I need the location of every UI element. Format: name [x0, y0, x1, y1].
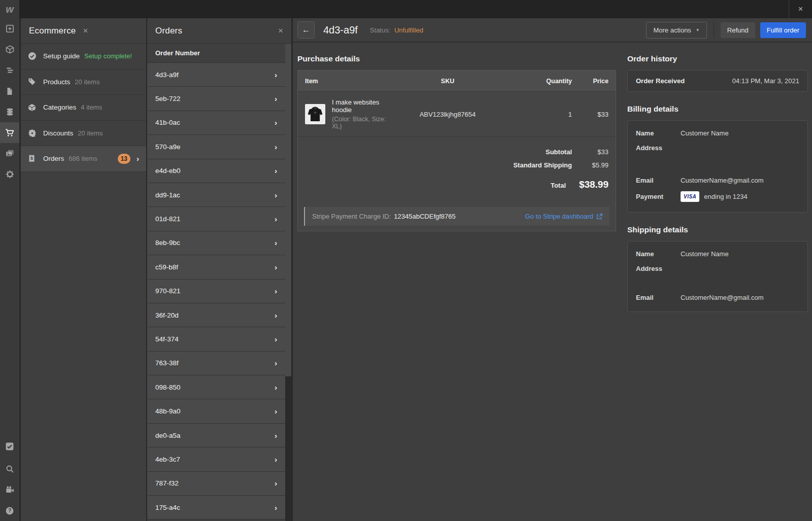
assets-button[interactable] [0, 143, 19, 164]
visa-card-badge: VISA [681, 191, 699, 202]
order-row[interactable]: 175-a4c › [147, 496, 285, 519]
pages-button[interactable] [0, 81, 19, 101]
help-button[interactable]: ? [0, 500, 19, 521]
check-square-icon [5, 442, 14, 451]
order-row[interactable]: 098-850 › [147, 375, 285, 399]
ecommerce-button[interactable] [0, 122, 19, 143]
shipping-row: Standard Shipping $5.99 [305, 161, 608, 169]
add-elements-button[interactable] [0, 18, 19, 39]
orders-scrollbar-thumb[interactable] [285, 44, 291, 376]
hoodie-image [305, 104, 325, 124]
order-received-row: Order Received 04:13 PM, Mar 3, 2021 [628, 71, 807, 91]
video-camera-icon [6, 485, 14, 494]
close-orders-panel-icon[interactable]: × [278, 26, 283, 36]
chevron-right-icon: › [275, 118, 277, 127]
order-row[interactable]: 4eb-3c7 › [147, 447, 285, 471]
order-number: 570-a9e [155, 143, 181, 151]
back-button[interactable]: ← [297, 21, 315, 39]
order-row[interactable]: dd9-1ac › [147, 183, 285, 207]
sidebar-item-categories[interactable]: Categories 4 items [21, 95, 146, 121]
sidebar-item-discounts[interactable]: Discounts 20 items [21, 121, 146, 147]
order-number: 48b-9a0 [155, 407, 181, 415]
order-number: 4eb-3c7 [155, 456, 180, 463]
cms-collections-button[interactable] [0, 101, 19, 122]
webflow-logo[interactable]: w [0, 0, 19, 18]
order-status: Status: Unfulfilled [370, 26, 423, 34]
chevron-right-icon: › [275, 71, 277, 79]
shipping-email-row: Email CustomerName@gmail.com [636, 294, 799, 301]
orders-panel-header: Orders × [147, 18, 291, 44]
more-actions-button[interactable]: More actions ▼ [646, 22, 706, 39]
order-row[interactable]: c59-b8f › [147, 255, 285, 279]
order-row[interactable]: de0-a5a › [147, 424, 285, 447]
components-button[interactable] [0, 39, 19, 60]
publish-status-button[interactable] [0, 438, 19, 459]
subtotal-value: $33 [572, 148, 608, 156]
chevron-right-icon: › [275, 238, 277, 247]
chevron-right-icon: › [275, 263, 277, 271]
order-row[interactable]: 4d3-a9f › [147, 63, 285, 87]
order-row[interactable]: 01d-821 › [147, 207, 285, 231]
order-received-timestamp: 04:13 PM, Mar 3, 2021 [732, 77, 799, 85]
col-price: Price [572, 78, 608, 85]
order-row[interactable]: 970-821 › [147, 280, 285, 303]
sidebar-item-setup-guide[interactable]: Setup guide Setup complete! [21, 44, 146, 70]
orders-scrollbar[interactable] [285, 44, 291, 521]
close-window-button[interactable]: × [789, 0, 812, 18]
order-detail-main: ← 4d3-a9f Status: Unfulfilled More actio… [291, 18, 812, 521]
billing-name-row: Name Customer Name [636, 129, 799, 137]
close-ecommerce-panel-icon[interactable]: × [83, 26, 88, 36]
order-row[interactable]: 570-a9e › [147, 135, 285, 159]
order-detail-body: Purchase details Item SKU Quantity Price [293, 44, 812, 521]
col-sku: SKU [389, 78, 506, 85]
order-row[interactable]: 787-f32 › [147, 472, 285, 496]
chevron-right-icon: › [275, 503, 277, 512]
order-number: 01d-821 [155, 215, 181, 223]
search-icon [6, 465, 14, 473]
cube-icon [6, 45, 14, 54]
search-button[interactable] [0, 459, 19, 479]
order-row[interactable]: e4d-eb0 › [147, 159, 285, 183]
close-icon: × [798, 4, 803, 14]
ecommerce-panel: Ecommerce × Setup guide Setup complete! … [19, 18, 146, 521]
order-row[interactable]: 54f-374 › [147, 327, 285, 351]
sidebar-item-orders[interactable]: $ Orders 686 items 13 › [21, 146, 146, 172]
orders-list-region: Order Number 4d3-a9f › 5eb-722 › 41b-0ac… [147, 44, 285, 519]
fulfill-order-button[interactable]: Fulfill order [760, 22, 806, 38]
chevron-right-icon: › [275, 215, 277, 223]
shipping-name-value: Customer Name [681, 250, 729, 258]
orders-label: Orders [43, 155, 64, 162]
item-quantity: 1 [506, 111, 572, 118]
order-row[interactable]: 5eb-722 › [147, 87, 285, 111]
settings-button[interactable] [0, 164, 19, 185]
orders-panel-title: Orders [155, 26, 182, 36]
caret-down-icon: ▼ [696, 28, 700, 32]
order-row[interactable]: 48b-9a0 › [147, 399, 285, 423]
order-number: 4d3-a9f [155, 71, 179, 79]
ecommerce-panel-title: Ecommerce [29, 26, 76, 36]
video-tutorials-button[interactable] [0, 479, 19, 500]
order-number: 36f-20d [155, 311, 179, 319]
order-number: 41b-0ac [155, 119, 180, 126]
order-detail-header: ← 4d3-a9f Status: Unfulfilled More actio… [293, 18, 812, 43]
shipping-name-row: Name Customer Name [636, 250, 799, 258]
orders-panel: Orders × Order Number 4d3-a9f › 5eb-722 … [146, 18, 291, 521]
order-row[interactable]: 41b-0ac › [147, 111, 285, 135]
billing-email-label: Email [636, 177, 681, 184]
item-variant: (Color: Black, Size: XL) [332, 116, 389, 130]
navigator-button[interactable] [0, 60, 19, 81]
order-row[interactable]: 36f-20d › [147, 303, 285, 327]
plus-square-icon [6, 24, 14, 33]
refund-button[interactable]: Refund [721, 22, 755, 38]
orders-count: 686 items [69, 155, 97, 162]
order-number: c59-b8f [155, 263, 178, 271]
order-row[interactable]: 763-38f › [147, 352, 285, 375]
order-number: 175-a4c [155, 504, 180, 511]
billing-payment-row: Payment VISA ending in 1234 [636, 191, 799, 202]
order-number: e4d-eb0 [155, 167, 181, 175]
stripe-dashboard-link[interactable]: Go to Stripe dashboard [525, 213, 602, 220]
layers-lines-icon [6, 66, 14, 75]
sidebar-item-products[interactable]: Products 20 items [21, 70, 146, 95]
order-row[interactable]: 8eb-9bc › [147, 231, 285, 255]
billing-details-card: Name Customer Name Address Email Custome… [627, 120, 808, 213]
